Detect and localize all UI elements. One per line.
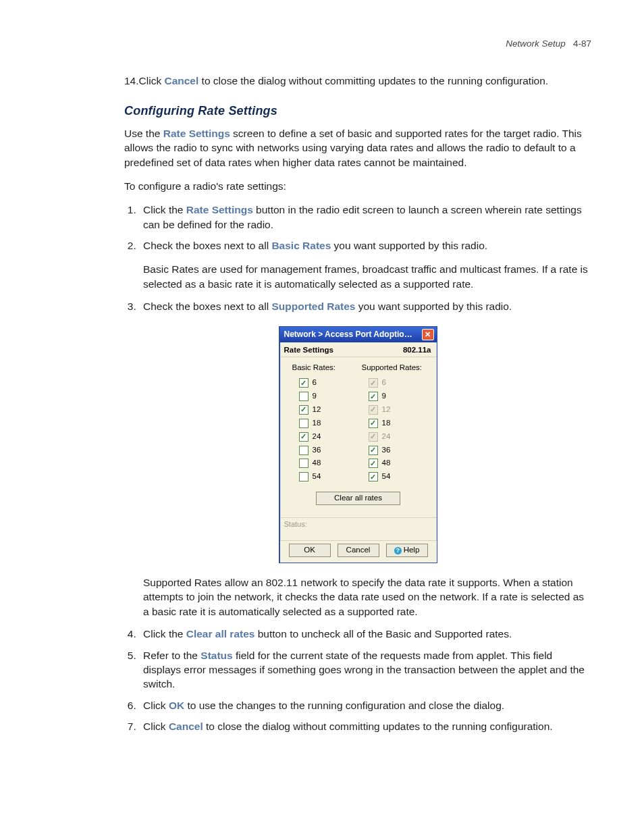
basic-rate-checkbox[interactable] <box>299 459 308 468</box>
intro-paragraph: Use the Rate Settings screen to define a… <box>124 126 591 170</box>
basic-rate-label: 18 <box>313 418 321 429</box>
basic-rate-row: 54 <box>299 471 362 482</box>
supported-rate-row: 18 <box>369 418 431 429</box>
step-2-note: Basic Rates are used for management fram… <box>143 262 591 291</box>
basic-rate-checkbox[interactable] <box>299 378 308 388</box>
basic-rates-header: Basic Rates: <box>292 363 362 373</box>
basic-rate-checkbox[interactable] <box>299 392 308 401</box>
supported-rate-label: 9 <box>382 391 386 402</box>
step-6: Click OK to use the changes to the runni… <box>139 698 591 712</box>
step-14: 14.Click Cancel to close the dialog with… <box>124 74 591 88</box>
supported-rate-label: 54 <box>382 471 391 482</box>
supported-rate-checkbox[interactable] <box>369 446 378 455</box>
step-4: Click the Clear all rates button to unch… <box>139 627 591 641</box>
step-1: Click the Rate Settings button in the ra… <box>139 203 591 232</box>
supported-rate-label: 18 <box>382 418 391 429</box>
basic-rate-checkbox[interactable] <box>299 472 308 481</box>
supported-rate-checkbox[interactable] <box>369 472 378 481</box>
basic-rate-label: 24 <box>313 432 321 442</box>
basic-rate-label: 54 <box>313 471 321 482</box>
cancel-bold: Cancel <box>164 75 198 86</box>
help-icon: ? <box>394 547 402 554</box>
supported-rate-row: 6 <box>369 377 431 388</box>
supported-rate-checkbox <box>369 405 378 415</box>
basic-rate-label: 6 <box>313 377 317 388</box>
page-header: Network Setup 4-87 <box>53 38 591 51</box>
supported-rate-checkbox <box>369 378 378 388</box>
basic-rate-row: 9 <box>299 391 362 402</box>
section-heading: Configuring Rate Settings <box>124 103 591 120</box>
header-section: Network Setup <box>506 38 566 49</box>
basic-rate-row: 24 <box>299 432 362 442</box>
dialog-title: Network > Access Port Adoption Def… <box>284 329 416 340</box>
basic-rate-row: 36 <box>299 445 362 456</box>
step-3: Check the boxes next to all Supported Ra… <box>139 299 591 313</box>
basic-rate-row: 6 <box>299 377 362 388</box>
basic-rate-label: 48 <box>313 458 321 469</box>
close-icon[interactable]: ✕ <box>422 329 434 340</box>
basic-rate-checkbox[interactable] <box>299 419 308 428</box>
basic-rate-checkbox[interactable] <box>299 405 308 415</box>
step-2: Check the boxes next to all Basic Rates … <box>139 238 591 253</box>
basic-rate-label: 12 <box>313 405 321 415</box>
supported-rate-row: 9 <box>369 391 431 402</box>
help-button[interactable]: ?Help <box>386 544 428 557</box>
step-7: Click Cancel to close the dialog without… <box>139 719 591 733</box>
ok-button[interactable]: OK <box>289 544 331 557</box>
header-page: 4-87 <box>573 38 591 49</box>
supported-rate-checkbox[interactable] <box>369 459 378 468</box>
basic-rate-label: 9 <box>313 391 317 402</box>
rate-settings-dialog: Network > Access Port Adoption Def… ✕ Ra… <box>279 326 437 563</box>
step-5: Refer to the Status field for the curren… <box>139 648 591 692</box>
basic-rate-row: 18 <box>299 418 362 429</box>
supported-rate-row: 48 <box>369 458 431 469</box>
supported-rate-label: 6 <box>382 377 386 388</box>
supported-rates-header: Supported Rates: <box>362 363 431 373</box>
basic-rate-row: 48 <box>299 458 362 469</box>
supported-rate-row: 36 <box>369 445 431 456</box>
clear-all-rates-button[interactable]: Clear all rates <box>316 492 400 505</box>
lead-line: To configure a radio's rate settings: <box>124 179 591 193</box>
status-label: Status: <box>280 517 437 540</box>
supported-rate-label: 36 <box>382 445 391 456</box>
dialog-titlebar: Network > Access Port Adoption Def… ✕ <box>280 327 437 342</box>
basic-rate-label: 36 <box>313 445 321 456</box>
dialog-right-label: 802.11a <box>403 345 431 356</box>
step-3-note: Supported Rates allow an 802.11 network … <box>143 575 591 619</box>
supported-rate-row: 54 <box>369 471 431 482</box>
supported-rate-row: 12 <box>369 405 431 415</box>
basic-rate-row: 12 <box>299 405 362 415</box>
supported-rate-checkbox[interactable] <box>369 392 378 401</box>
basic-rate-checkbox[interactable] <box>299 432 308 442</box>
basic-rate-checkbox[interactable] <box>299 446 308 455</box>
supported-rate-label: 12 <box>382 405 391 415</box>
supported-rate-checkbox <box>369 432 378 442</box>
dialog-left-label: Rate Settings <box>284 345 334 356</box>
supported-rate-label: 24 <box>382 432 391 442</box>
supported-rate-checkbox[interactable] <box>369 419 378 428</box>
supported-rate-row: 24 <box>369 432 431 442</box>
cancel-button[interactable]: Cancel <box>338 544 379 557</box>
supported-rate-label: 48 <box>382 458 391 469</box>
